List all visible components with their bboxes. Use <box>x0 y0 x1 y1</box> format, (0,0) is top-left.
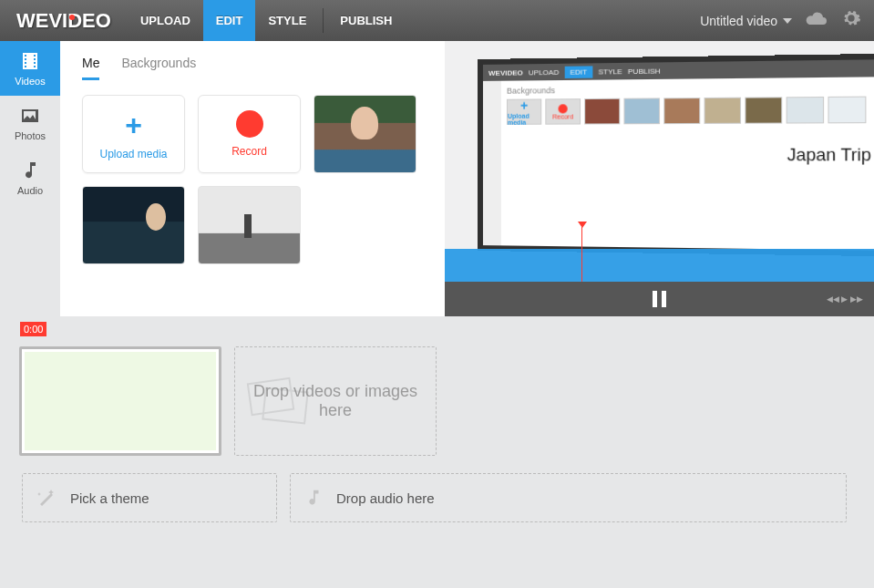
preview-viewport: WEVIDEO UPLOAD EDIT STYLE PUBLISH Backgr… <box>478 54 874 257</box>
svg-rect-1 <box>262 388 307 424</box>
sidebar-item-videos[interactable]: Videos <box>0 41 60 96</box>
sidebar-label-audio: Audio <box>17 185 43 196</box>
photo-icon <box>19 105 41 127</box>
mini-thumb <box>787 97 824 124</box>
playhead-icon[interactable] <box>581 227 582 282</box>
mini-thumb <box>745 97 782 123</box>
mini-thumb <box>704 98 742 124</box>
time-marker: 0:00 <box>20 322 46 336</box>
timeline-clip-1[interactable] <box>19 346 221 456</box>
mini-thumb <box>623 98 660 124</box>
record-icon <box>236 110 263 138</box>
sidebar-item-audio[interactable]: Audio <box>0 150 60 205</box>
bottom-tracks: Pick a theme Drop audio here <box>16 473 874 522</box>
sidebar-label-photos: Photos <box>15 130 46 141</box>
preview-panel: WEVIDEO UPLOAD EDIT STYLE PUBLISH Backgr… <box>445 41 874 316</box>
preview-scrubber[interactable] <box>445 249 874 282</box>
upload-media-label: Upload media <box>99 148 167 160</box>
mini-tab-label: Backgrounds <box>507 83 866 96</box>
project-title-dropdown[interactable]: Untitled video <box>700 14 792 28</box>
svg-rect-0 <box>248 378 293 415</box>
logo-dot-icon <box>69 15 75 20</box>
upload-media-tile[interactable]: + Upload media <box>82 95 185 173</box>
preview-title-text: Japan Trip <box>787 145 871 165</box>
film-icon <box>19 50 41 72</box>
mini-logo: WEVIDEO <box>488 68 523 77</box>
chevron-down-icon <box>783 18 792 24</box>
mini-record-tile: Record <box>545 98 581 125</box>
nav-style[interactable]: STYLE <box>255 0 319 41</box>
video-drop-zone[interactable]: Drop videos or images here <box>234 346 437 456</box>
record-label: Record <box>231 145 267 158</box>
mini-sidebar <box>483 81 501 246</box>
nav-edit[interactable]: EDIT <box>203 0 256 41</box>
pick-theme-button[interactable]: Pick a theme <box>22 473 277 522</box>
plus-icon: + <box>125 108 142 142</box>
sidebar-label-videos: Videos <box>15 76 45 87</box>
header-right: Untitled video <box>700 8 874 34</box>
mini-thumb <box>584 98 620 125</box>
mini-nav-edit: EDIT <box>564 66 592 78</box>
preview-content: WEVIDEO UPLOAD EDIT STYLE PUBLISH Backgr… <box>483 59 874 251</box>
wand-icon <box>36 487 57 509</box>
music-note-icon <box>303 488 324 508</box>
audio-drop-label: Drop audio here <box>336 490 435 506</box>
media-tabs: Me Backgrounds <box>82 56 423 80</box>
media-clip-1[interactable] <box>314 95 416 173</box>
main-area: Videos Photos Audio Me Backgrounds + Upl… <box>0 41 874 316</box>
media-panel: Me Backgrounds + Upload media Record <box>60 41 445 316</box>
nav-separator <box>323 8 324 33</box>
sidebar-item-photos[interactable]: Photos <box>0 96 60 150</box>
mini-thumb <box>663 98 700 124</box>
mini-thumb <box>828 97 866 124</box>
mini-nav-publish: PUBLISH <box>628 67 661 76</box>
nav-upload[interactable]: UPLOAD <box>128 0 203 41</box>
video-track[interactable]: Drop videos or images here <box>16 344 874 459</box>
pause-button[interactable] <box>653 291 666 307</box>
nav-publish[interactable]: PUBLISH <box>327 0 405 41</box>
logo-text: WEVIDEO <box>16 9 111 32</box>
player-controls: ◀◀ ▶ ▶▶ <box>445 282 874 316</box>
tab-me[interactable]: Me <box>82 56 99 80</box>
mini-upload-tile: +Upload media <box>507 98 541 124</box>
tab-backgrounds[interactable]: Backgrounds <box>121 56 196 80</box>
pick-theme-label: Pick a theme <box>70 490 149 506</box>
mini-nav-upload: UPLOAD <box>529 67 559 76</box>
music-note-icon <box>19 160 41 181</box>
cloud-icon[interactable] <box>805 9 828 33</box>
app-header: WEVIDEO UPLOAD EDIT STYLE PUBLISH Untitl… <box>0 0 874 41</box>
filmstrip-icon <box>246 374 310 428</box>
logo: WEVIDEO <box>0 9 128 33</box>
project-title: Untitled video <box>700 14 777 28</box>
audio-drop-zone[interactable]: Drop audio here <box>290 473 847 522</box>
timeline: 0:00 Drop videos or images here Pick a t… <box>0 320 874 522</box>
media-tiles: + Upload media Record <box>82 95 423 264</box>
sidebar: Videos Photos Audio <box>0 41 60 316</box>
player-transport-icons[interactable]: ◀◀ ▶ ▶▶ <box>827 294 863 304</box>
main-nav: UPLOAD EDIT STYLE PUBLISH <box>128 0 405 41</box>
media-clip-3[interactable] <box>198 186 301 264</box>
gear-icon[interactable] <box>841 8 861 34</box>
media-clip-2[interactable] <box>82 186 185 264</box>
record-tile[interactable]: Record <box>198 95 301 173</box>
mini-nav-style: STYLE <box>598 67 622 76</box>
